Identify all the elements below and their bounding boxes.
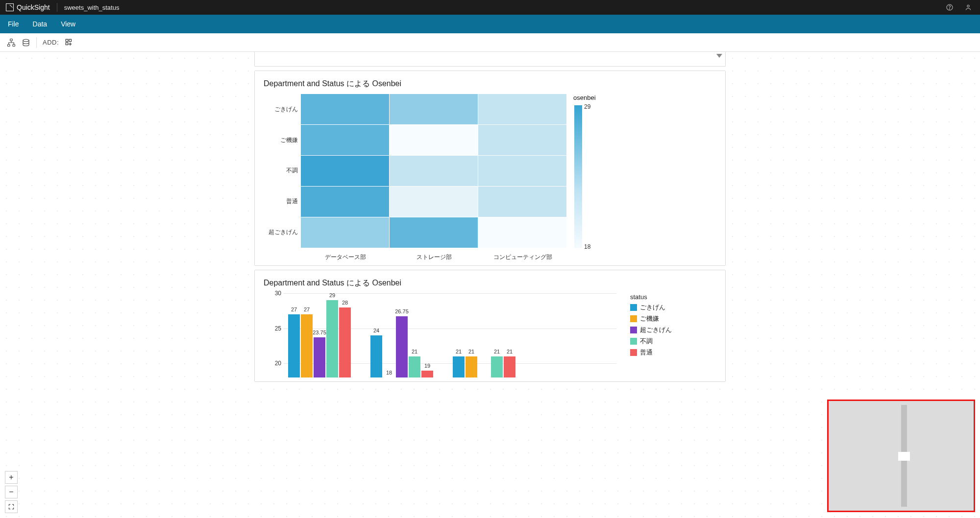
barchart-panel[interactable]: Department and Status による Osenbei 202530…	[254, 270, 726, 382]
bar[interactable]: 29	[326, 300, 338, 377]
bar-value-label: 21	[494, 349, 500, 354]
svg-point-6	[23, 39, 29, 42]
bar[interactable]: 24	[370, 335, 382, 377]
y-tick: 25	[264, 325, 281, 332]
heatmap-legend-title: osenbei	[573, 94, 596, 101]
bar[interactable]: 27	[301, 314, 313, 377]
heatmap-cell[interactable]	[478, 125, 566, 155]
y-tick: 20	[264, 360, 281, 367]
fit-to-screen-button[interactable]	[5, 500, 18, 513]
bar[interactable]: 28	[339, 307, 351, 377]
bar[interactable]: 21	[491, 356, 503, 377]
heatmap-cell[interactable]	[390, 94, 478, 124]
top-bar: QuickSight sweets_with_status	[0, 0, 980, 15]
bar[interactable]: 26.75	[396, 316, 408, 377]
menu-view[interactable]: View	[61, 20, 75, 28]
canvas[interactable]: Department and Status による Osenbei ごきげん ご…	[0, 52, 980, 518]
legend-label: 普通	[640, 348, 653, 357]
menu-data[interactable]: Data	[33, 20, 48, 28]
menu-file[interactable]: File	[8, 20, 19, 28]
barchart-plot[interactable]: 202530 272723.752928241826.7521192121212…	[264, 293, 616, 377]
bar[interactable]: 21	[504, 356, 515, 377]
hm-col-label: ストレージ部	[390, 253, 478, 261]
user-icon[interactable]	[962, 1, 974, 13]
minimap-viewport[interactable]	[898, 452, 910, 461]
bar-value-label: 27	[291, 306, 297, 312]
heatmap-cell[interactable]	[390, 156, 478, 186]
legend-swatch	[630, 315, 637, 322]
toolbar-separator	[36, 37, 37, 48]
svg-rect-3	[10, 39, 13, 41]
legend-item[interactable]: ご機嫌	[630, 314, 672, 323]
heatmap-cell[interactable]	[390, 217, 478, 248]
svg-rect-5	[13, 44, 15, 46]
heatmap-colorbar	[574, 105, 582, 248]
legend-swatch	[630, 338, 637, 345]
bar-value-label: 27	[304, 306, 310, 312]
bar-value-label: 21	[507, 349, 513, 354]
schema-icon[interactable]	[7, 38, 16, 47]
heatmap-cell[interactable]	[390, 125, 478, 155]
heatmap-grid[interactable]	[301, 94, 566, 248]
dataset-icon[interactable]	[22, 38, 30, 47]
heatmap-cell[interactable]	[390, 187, 478, 217]
heatmap-cell[interactable]	[301, 217, 389, 248]
legend-swatch	[630, 349, 637, 356]
toolbar: ADD:	[0, 33, 980, 52]
svg-rect-7	[66, 39, 68, 42]
legend-item[interactable]: 普通	[630, 348, 672, 357]
heatmap-cell[interactable]	[301, 187, 389, 217]
zoom-in-button[interactable]: +	[5, 471, 18, 484]
heatmap-cell[interactable]	[478, 217, 566, 248]
bar-value-label: 21	[456, 349, 462, 354]
svg-point-2	[967, 5, 969, 7]
brand[interactable]: QuickSight	[6, 3, 50, 11]
bar[interactable]: 21	[409, 356, 420, 377]
heatmap-cell[interactable]	[478, 156, 566, 186]
legend-item[interactable]: 不調	[630, 337, 672, 346]
bar-value-label: 18	[386, 370, 392, 376]
sheet[interactable]: Department and Status による Osenbei ごきげん ご…	[254, 52, 726, 518]
analysis-title: sweets_with_status	[64, 4, 120, 11]
legend-item[interactable]: 超ごきげん	[630, 326, 672, 334]
bar-value-label: 21	[412, 349, 417, 354]
add-visual-icon[interactable]	[65, 38, 74, 47]
bar[interactable]: 23.75	[314, 337, 325, 377]
scroll-down-icon[interactable]	[716, 54, 722, 58]
brand-text: QuickSight	[17, 3, 50, 11]
legend-label: 不調	[640, 337, 653, 346]
hm-row-label: ご機嫌	[264, 125, 298, 155]
hm-col-label: データベース部	[301, 253, 390, 261]
heatmap-legend: osenbei 29 18	[573, 94, 596, 250]
legend-swatch	[630, 304, 637, 311]
bar[interactable]: 21	[466, 356, 477, 377]
bar-group: 21212121	[453, 293, 515, 377]
heatmap-cell[interactable]	[301, 156, 389, 186]
heatmap-title: Department and Status による Osenbei	[264, 79, 716, 89]
legend-title: status	[630, 293, 672, 301]
add-label: ADD:	[43, 39, 59, 46]
bar-group: 272723.752928	[288, 293, 351, 377]
minimap[interactable]	[827, 400, 975, 512]
heatmap-cell[interactable]	[301, 94, 389, 124]
help-icon[interactable]	[944, 1, 956, 13]
clipped-panel-top	[254, 52, 726, 67]
bar[interactable]: 19	[421, 371, 433, 377]
heatmap-scale-min: 18	[584, 243, 590, 250]
bar-value-label: 19	[424, 363, 430, 369]
svg-rect-8	[66, 43, 68, 45]
svg-rect-9	[69, 39, 72, 42]
zoom-out-button[interactable]: −	[5, 486, 18, 498]
heatmap-cell[interactable]	[301, 125, 389, 155]
bar-value-label: 24	[373, 328, 379, 333]
hm-row-label: ごきげん	[264, 94, 298, 124]
heatmap-cell[interactable]	[478, 187, 566, 217]
heatmap-cell[interactable]	[478, 94, 566, 124]
legend-label: ごきげん	[640, 303, 665, 312]
legend-item[interactable]: ごきげん	[630, 303, 672, 312]
bar[interactable]: 27	[288, 314, 300, 377]
heatmap-panel[interactable]: Department and Status による Osenbei ごきげん ご…	[254, 71, 726, 266]
bar[interactable]: 21	[453, 356, 465, 377]
svg-point-1	[949, 9, 950, 9]
hm-row-label: 不調	[264, 156, 298, 186]
